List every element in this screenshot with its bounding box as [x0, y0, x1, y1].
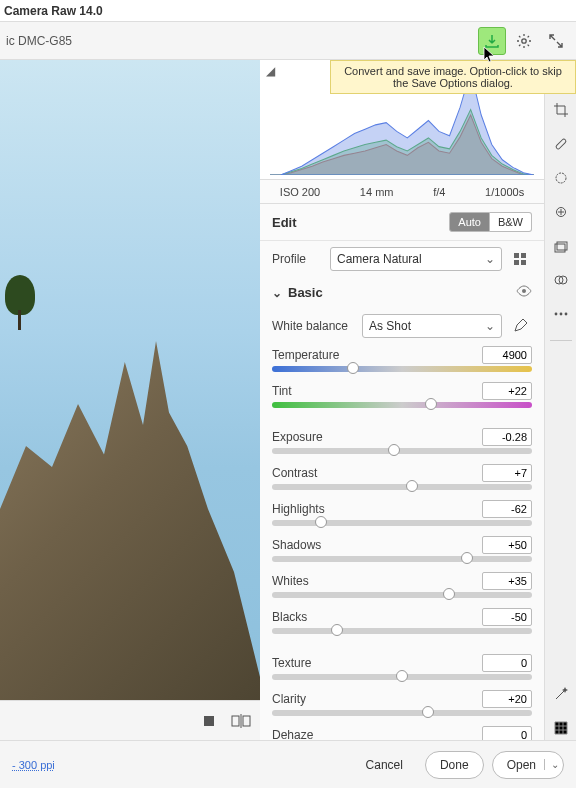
- profile-select[interactable]: Camera Natural: [330, 247, 502, 271]
- temperature-knob[interactable]: [347, 362, 359, 374]
- highlights-slider-row: Highlights: [260, 498, 544, 534]
- contrast-label: Contrast: [272, 466, 317, 480]
- save-tooltip: Convert and save image. Option-click to …: [330, 60, 576, 94]
- wb-select[interactable]: As Shot: [362, 314, 502, 338]
- texture-track[interactable]: [272, 674, 532, 680]
- image-preview[interactable]: [0, 60, 260, 740]
- open-label: Open: [507, 758, 536, 772]
- tint-track[interactable]: [272, 402, 532, 408]
- exposure-value-input[interactable]: [482, 428, 532, 446]
- temperature-track[interactable]: [272, 366, 532, 372]
- highlights-track[interactable]: [272, 520, 532, 526]
- tint-value-input[interactable]: [482, 382, 532, 400]
- blacks-track[interactable]: [272, 628, 532, 634]
- chevron-down-icon[interactable]: ⌄: [544, 759, 559, 770]
- temperature-value-input[interactable]: [482, 346, 532, 364]
- before-after-icon: [231, 713, 251, 729]
- open-button[interactable]: Open ⌄: [492, 751, 564, 779]
- snapshot-tool[interactable]: [549, 234, 573, 258]
- blacks-value-input[interactable]: [482, 608, 532, 626]
- highlights-label: Highlights: [272, 502, 325, 516]
- svg-rect-7: [514, 260, 519, 265]
- done-button[interactable]: Done: [425, 751, 484, 779]
- texture-value-input[interactable]: [482, 654, 532, 672]
- whites-knob[interactable]: [443, 588, 455, 600]
- svg-point-22: [564, 313, 567, 316]
- focal-length-value: 14 mm: [360, 186, 394, 198]
- visibility-toggle[interactable]: [516, 285, 532, 300]
- profile-browser-button[interactable]: [508, 247, 532, 271]
- cancel-button[interactable]: Cancel: [352, 751, 417, 779]
- svg-rect-13: [555, 138, 566, 149]
- save-image-button[interactable]: [478, 27, 506, 55]
- temperature-slider-row: Temperature: [260, 344, 544, 380]
- workflow-link[interactable]: - 300 ppi: [12, 759, 352, 771]
- crop-icon: [553, 102, 569, 118]
- texture-slider-row: Texture: [260, 652, 544, 688]
- shadows-knob[interactable]: [461, 552, 473, 564]
- clarity-slider-row: Clarity: [260, 688, 544, 724]
- basic-section-header[interactable]: ⌄ Basic: [260, 277, 544, 308]
- top-toolbar: ic DMC-G85 Convert and save image. Optio…: [0, 22, 576, 60]
- profile-value: Camera Natural: [337, 252, 422, 266]
- exposure-knob[interactable]: [388, 444, 400, 456]
- shutter-value: 1/1000s: [485, 186, 524, 198]
- svg-point-9: [522, 289, 526, 293]
- clarity-knob[interactable]: [422, 706, 434, 718]
- edit-panel: ◢ ◣ ISO 200 14 mm f/4 1/1000s Edit Auto …: [260, 60, 576, 740]
- texture-label: Texture: [272, 656, 311, 670]
- toolbar-divider: [550, 340, 572, 341]
- highlights-knob[interactable]: [315, 516, 327, 528]
- square-icon: [201, 713, 217, 729]
- download-icon: [484, 33, 500, 49]
- contrast-track[interactable]: [272, 484, 532, 490]
- highlights-value-input[interactable]: [482, 500, 532, 518]
- dehaze-label: Dehaze: [272, 728, 313, 740]
- preset-tool[interactable]: [549, 268, 573, 292]
- auto-button[interactable]: Auto: [449, 212, 490, 232]
- magic-tool[interactable]: [549, 682, 573, 706]
- tint-label: Tint: [272, 384, 292, 398]
- wb-eyedropper-button[interactable]: [508, 314, 532, 338]
- bw-button[interactable]: B&W: [490, 212, 532, 232]
- fit-view-button[interactable]: [198, 710, 220, 732]
- basic-title: Basic: [288, 285, 323, 300]
- exposure-track[interactable]: [272, 448, 532, 454]
- svg-rect-2: [232, 716, 239, 726]
- healing-tool[interactable]: [549, 132, 573, 156]
- dehaze-value-input[interactable]: [482, 726, 532, 740]
- shadows-value-input[interactable]: [482, 536, 532, 554]
- shadow-clip-icon[interactable]: ◢: [266, 64, 275, 78]
- clarity-value-input[interactable]: [482, 690, 532, 708]
- wb-label: White balance: [272, 319, 356, 333]
- texture-knob[interactable]: [396, 670, 408, 682]
- grid-view-tool[interactable]: [549, 716, 573, 740]
- fullscreen-button[interactable]: [542, 27, 570, 55]
- shadows-track[interactable]: [272, 556, 532, 562]
- whites-value-input[interactable]: [482, 572, 532, 590]
- blacks-knob[interactable]: [331, 624, 343, 636]
- preview-footer: [0, 700, 260, 740]
- compare-view-button[interactable]: [230, 710, 252, 732]
- whites-track[interactable]: [272, 592, 532, 598]
- profile-label: Profile: [272, 252, 324, 266]
- contrast-value-input[interactable]: [482, 464, 532, 482]
- dehaze-slider-row: Dehaze: [260, 724, 544, 740]
- shadows-label: Shadows: [272, 538, 321, 552]
- aperture-value: f/4: [433, 186, 445, 198]
- dots-icon: [553, 306, 569, 322]
- svg-rect-6: [521, 253, 526, 258]
- svg-point-21: [559, 313, 562, 316]
- wb-value: As Shot: [369, 319, 411, 333]
- contrast-knob[interactable]: [406, 480, 418, 492]
- settings-button[interactable]: [510, 27, 538, 55]
- more-tool[interactable]: [549, 302, 573, 326]
- shadows-slider-row: Shadows: [260, 534, 544, 570]
- crop-tool[interactable]: [549, 98, 573, 122]
- mask-tool[interactable]: [549, 166, 573, 190]
- clarity-track[interactable]: [272, 710, 532, 716]
- title-bar: Camera Raw 14.0: [0, 0, 576, 22]
- tint-knob[interactable]: [425, 398, 437, 410]
- svg-point-14: [556, 173, 566, 183]
- redeye-tool[interactable]: [549, 200, 573, 224]
